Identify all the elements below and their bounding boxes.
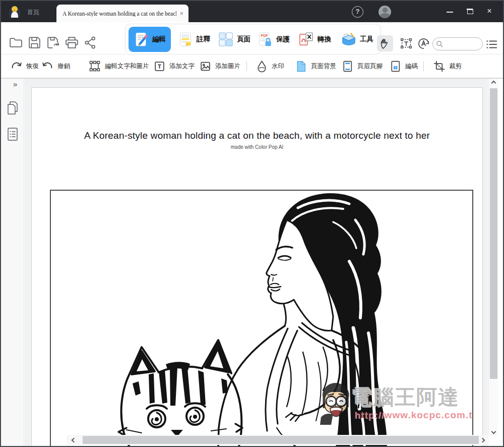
page-background-button[interactable]: 頁面背景 — [295, 54, 336, 78]
titlebar: 首頁 A Korean-style woman holding a cat on… — [1, 1, 503, 22]
header-footer-label: 頁眉頁腳 — [357, 62, 383, 71]
app-logo-icon[interactable] — [7, 5, 22, 19]
crop-label: 裁剪 — [449, 62, 462, 71]
horizontal-scroll-thumb[interactable] — [83, 436, 479, 444]
tab-page-label: 頁面 — [237, 35, 250, 44]
close-tab-icon[interactable]: × — [179, 10, 183, 17]
divider — [423, 61, 424, 71]
left-sidebar: » — [1, 79, 24, 446]
header-footer-icon — [341, 60, 354, 73]
document-tab-title: A Korean-style woman holding a cat on th… — [62, 11, 176, 17]
print-button[interactable] — [65, 36, 79, 49]
share-button[interactable] — [84, 36, 97, 49]
line-art-frame: 電腦王阿達 http://www.kocpc.com.tw — [50, 190, 473, 446]
close-window-button[interactable]: × — [485, 7, 494, 16]
vertical-scroll-thumb[interactable] — [490, 88, 497, 379]
undo-icon — [41, 60, 54, 73]
redo-icon — [10, 60, 23, 73]
undo-button[interactable]: 撤銷 — [41, 54, 70, 78]
tab-convert[interactable]: 轉換 — [299, 27, 339, 52]
save-as-button[interactable] — [46, 36, 60, 49]
crop-button[interactable]: 裁剪 — [433, 54, 462, 78]
pdf-page-title: A Korean-style woman holding a cat on th… — [42, 130, 472, 141]
add-text-icon — [153, 60, 166, 73]
text-recognition-icon — [417, 37, 430, 50]
tab-convert-label: 轉換 — [318, 35, 331, 44]
add-text-label: 添加文字 — [169, 62, 195, 71]
menu-list-button[interactable] — [484, 36, 500, 52]
app-window: 首頁 A Korean-style woman holding a cat on… — [0, 0, 504, 447]
site-watermark: 電腦王阿達 http://www.kocpc.com.tw — [320, 380, 472, 430]
edit-tab-icon — [134, 32, 149, 47]
menu-list-icon — [486, 39, 498, 50]
save-button[interactable] — [28, 36, 41, 49]
select-text-tool-button[interactable] — [398, 35, 414, 51]
tab-annotate[interactable]: 註釋 — [178, 27, 217, 52]
header-footer-button[interactable]: 頁眉頁腳 — [341, 54, 383, 78]
hand-tool-button[interactable] — [377, 35, 393, 51]
tab-edit-label: 編輯 — [152, 35, 166, 44]
document-tab[interactable]: A Korean-style woman holding a cat on th… — [56, 5, 188, 22]
document-viewport[interactable]: A Korean-style woman holding a cat on th… — [25, 79, 488, 446]
pdf-page: A Korean-style woman holding a cat on th… — [31, 87, 483, 446]
minimize-button[interactable] — [447, 12, 453, 13]
watermark-mascot-icon — [320, 380, 352, 426]
hand-icon — [380, 37, 391, 49]
help-button[interactable]: ? — [352, 6, 363, 18]
tab-tools-label: 工具 — [360, 35, 373, 44]
account-avatar[interactable] — [379, 6, 391, 18]
redo-label: 恢復 — [26, 62, 39, 71]
scroll-right-button[interactable] — [478, 435, 487, 445]
tab-page[interactable]: 頁面 — [218, 27, 256, 52]
crop-icon — [433, 60, 446, 73]
divider — [246, 61, 247, 71]
svg-text:PDF: PDF — [261, 34, 269, 37]
page-tab-icon — [218, 32, 233, 47]
horizontal-scrollbar[interactable] — [67, 435, 489, 445]
bookmarks-outline-button[interactable] — [7, 127, 19, 141]
tab-edit[interactable]: 編輯 — [129, 27, 171, 52]
bates-number-label: 編碼 — [405, 62, 418, 71]
maximize-button[interactable] — [467, 9, 473, 14]
main-toolbar: 編輯 註釋 — [1, 22, 503, 54]
avatar-head — [383, 8, 388, 13]
expand-sidebar-icon[interactable]: » — [13, 80, 17, 88]
protect-tab-icon: PDF — [258, 32, 273, 47]
open-file-button[interactable] — [9, 36, 23, 49]
page-background-icon — [295, 60, 307, 73]
edit-object-icon — [88, 60, 101, 73]
edit-toolbar: 恢復 撤銷 編輯文字和圖片 添加文字 — [1, 54, 503, 79]
tab-tools[interactable]: 工具 — [341, 27, 380, 52]
bates-number-button[interactable]: 編碼 — [389, 54, 418, 78]
avatar-shoulders — [380, 13, 390, 18]
scroll-up-button[interactable] — [489, 79, 498, 87]
tab-protect[interactable]: PDF 保護 — [258, 27, 297, 52]
edit-text-image-label: 編輯文字和圖片 — [105, 62, 149, 71]
redo-button[interactable]: 恢復 — [10, 54, 39, 78]
search-input[interactable] — [444, 40, 479, 47]
home-tab[interactable]: 首頁 — [27, 8, 39, 17]
text-recognition-button[interactable] — [415, 35, 431, 51]
vertical-scrollbar[interactable] — [488, 79, 498, 436]
watermark-button[interactable]: 水印 — [256, 54, 284, 78]
watermark-icon — [256, 60, 268, 73]
pdf-page-credit: made with Color Pop AI — [42, 144, 472, 150]
annotate-tab-icon — [178, 32, 193, 47]
bates-number-icon — [389, 60, 402, 73]
convert-tab-icon — [299, 32, 314, 47]
scroll-left-button[interactable] — [70, 435, 78, 445]
watermark-label: 水印 — [272, 62, 284, 71]
search-box[interactable] — [432, 37, 483, 50]
add-text-button[interactable]: 添加文字 — [153, 54, 195, 78]
ribbon-tabs-panel: 編輯 註釋 — [125, 24, 381, 54]
edit-text-image-button[interactable]: 編輯文字和圖片 — [88, 54, 149, 78]
search-icon — [436, 40, 444, 48]
add-image-button[interactable]: 添加圖片 — [199, 54, 240, 78]
tab-protect-label: 保護 — [276, 35, 290, 44]
scroll-down-button[interactable] — [489, 427, 498, 436]
select-text-icon — [400, 37, 413, 50]
add-image-label: 添加圖片 — [215, 62, 240, 71]
tools-tab-icon — [341, 32, 356, 47]
watermark-url-text: http://www.kocpc.com.tw — [354, 410, 473, 421]
page-thumbnails-button[interactable] — [7, 101, 19, 115]
